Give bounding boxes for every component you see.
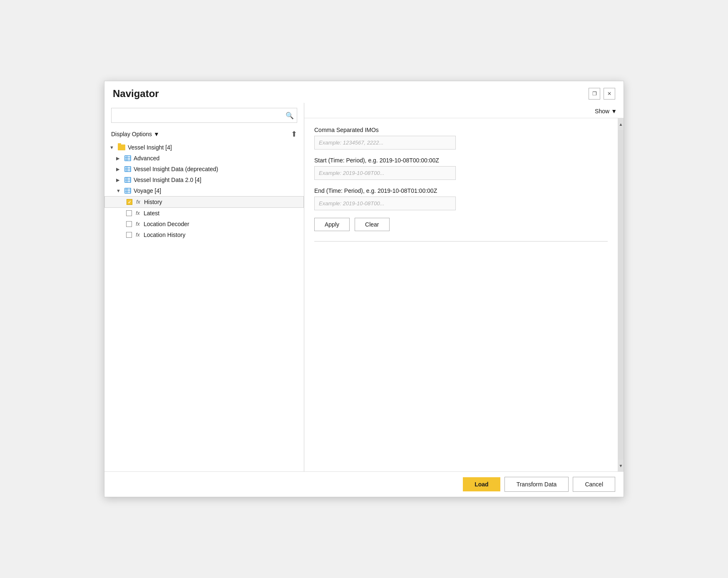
expand-icon: ▶	[116, 156, 122, 161]
svg-rect-4	[125, 167, 131, 172]
display-options-label: Display Options	[111, 131, 152, 137]
folder-icon	[118, 144, 125, 150]
expand-icon: ▶	[116, 177, 122, 183]
collapse-icon: ▼	[109, 145, 115, 150]
function-icon: fx	[134, 221, 141, 227]
display-options-row: Display Options ▼ ⬆	[104, 128, 304, 142]
scroll-track	[618, 130, 624, 460]
show-chevron-icon: ▼	[611, 108, 617, 115]
title-bar: Navigator ❐ ✕	[104, 81, 624, 103]
load-button[interactable]: Load	[463, 477, 500, 491]
table-icon	[124, 188, 131, 194]
tree-node-history[interactable]: fx History	[104, 196, 304, 208]
action-buttons: Apply Clear	[314, 218, 608, 231]
tree-node-location-decoder[interactable]: fx Location Decoder	[104, 219, 304, 229]
tree-node-advanced[interactable]: ▶ Advanced	[104, 153, 304, 164]
imo-input[interactable]	[314, 136, 456, 149]
location-decoder-checkbox[interactable]	[126, 221, 132, 227]
svg-rect-12	[125, 188, 131, 193]
svg-rect-0	[125, 156, 131, 161]
transform-data-button[interactable]: Transform Data	[504, 477, 569, 492]
tree-label-history: History	[144, 199, 162, 205]
start-input[interactable]	[314, 166, 456, 180]
location-history-checkbox[interactable]	[126, 232, 132, 238]
restore-button[interactable]: ❐	[589, 88, 600, 100]
svg-rect-8	[125, 177, 131, 182]
title-bar-controls: ❐ ✕	[589, 88, 615, 100]
dialog-title: Navigator	[113, 88, 159, 100]
upload-button[interactable]: ⬆	[291, 130, 297, 139]
right-scrollbar[interactable]: ▲ ▼	[618, 118, 624, 471]
search-button[interactable]: 🔍	[283, 108, 297, 122]
apply-button[interactable]: Apply	[314, 218, 350, 231]
expand-icon: ▶	[116, 167, 122, 172]
function-icon: fx	[134, 232, 141, 238]
scroll-up-button[interactable]: ▲	[618, 118, 624, 130]
tree-node-latest[interactable]: fx Latest	[104, 208, 304, 219]
upload-icon: ⬆	[291, 130, 297, 138]
chevron-down-icon: ▼	[154, 131, 159, 137]
tree-label-voyage: Voyage [4]	[134, 187, 161, 194]
function-icon: fx	[135, 199, 142, 205]
right-top-bar: Show ▼	[304, 103, 624, 118]
left-panel: 🔍 Display Options ▼ ⬆ ▼ Vessel	[104, 103, 304, 471]
main-content: 🔍 Display Options ▼ ⬆ ▼ Vessel	[104, 103, 624, 471]
search-input[interactable]	[112, 109, 283, 122]
divider	[314, 241, 608, 242]
navigator-dialog: Navigator ❐ ✕ 🔍 Display Options ▼	[104, 81, 624, 497]
end-label: End (Time: Period), e.g. 2019-10-08T01:0…	[314, 187, 608, 194]
tree-node-vessel-insight-data-deprecated[interactable]: ▶ Vessel Insight Data (deprecated)	[104, 164, 304, 174]
show-button[interactable]: Show ▼	[595, 108, 617, 115]
tree-label-latest: Latest	[144, 210, 159, 217]
tree-label-location-history: Location History	[144, 232, 185, 238]
table-icon	[124, 177, 131, 183]
tree-node-vessel-insight-data-2[interactable]: ▶ Vessel Insight Data 2.0 [4]	[104, 174, 304, 185]
right-scrollbar-area: Comma Separated IMOs Start (Time: Period…	[304, 118, 624, 471]
imo-label: Comma Separated IMOs	[314, 127, 608, 133]
latest-checkbox[interactable]	[126, 210, 132, 216]
tree-label-advanced: Advanced	[134, 155, 159, 162]
search-bar: 🔍	[111, 108, 297, 123]
show-label: Show	[595, 108, 609, 115]
tree-label-location-decoder: Location Decoder	[144, 221, 189, 227]
tree-label-vessel-data-2: Vessel Insight Data 2.0 [4]	[134, 177, 201, 183]
tree-node-voyage[interactable]: ▼ Voyage [4]	[104, 185, 304, 196]
end-input[interactable]	[314, 197, 456, 210]
tree-area: ▼ Vessel Insight [4] ▶	[104, 142, 304, 471]
table-icon	[124, 155, 131, 161]
right-panel: Show ▼ Comma Separated IMOs Start (Time:…	[304, 103, 624, 471]
start-label: Start (Time: Period), e.g. 2019-10-08T00…	[314, 157, 608, 164]
tree-label-vessel-insight: Vessel Insight [4]	[128, 144, 172, 151]
right-content: Comma Separated IMOs Start (Time: Period…	[304, 118, 618, 471]
collapse-icon: ▼	[116, 188, 122, 193]
footer: Load Transform Data Cancel	[104, 471, 624, 497]
history-checkbox[interactable]	[127, 199, 132, 205]
scroll-down-button[interactable]: ▼	[618, 460, 624, 471]
table-icon	[124, 166, 131, 172]
clear-button[interactable]: Clear	[355, 218, 389, 231]
close-button[interactable]: ✕	[604, 88, 615, 100]
display-options-button[interactable]: Display Options ▼	[111, 131, 159, 137]
cancel-button[interactable]: Cancel	[573, 477, 615, 492]
tree-node-vessel-insight[interactable]: ▼ Vessel Insight [4]	[104, 142, 304, 153]
tree-node-location-history[interactable]: fx Location History	[104, 229, 304, 240]
function-icon: fx	[134, 210, 141, 216]
tree-label-vessel-data-deprecated: Vessel Insight Data (deprecated)	[134, 166, 218, 172]
search-icon: 🔍	[286, 112, 294, 120]
